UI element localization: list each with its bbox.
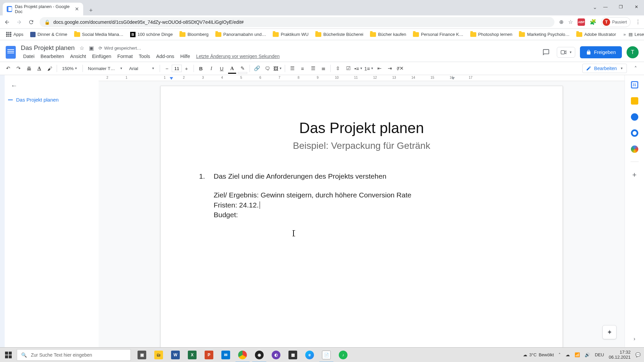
- doc-heading[interactable]: Das Projekt planen: [198, 120, 526, 136]
- bookmark-item[interactable]: Bücher kaufen: [368, 31, 408, 38]
- paragraph-line[interactable]: Budget:: [198, 210, 526, 220]
- bookmark-item[interactable]: Marketing Psycholo…: [517, 31, 571, 38]
- chrome-icon[interactable]: [234, 348, 251, 362]
- indent-increase-button[interactable]: ⇥: [385, 64, 394, 73]
- paint-format-button[interactable]: 🖌: [45, 64, 54, 73]
- menu-datei[interactable]: Datei: [21, 52, 37, 60]
- bookmark-item[interactable]: Dinner & Crime: [28, 31, 69, 39]
- comment-history-icon[interactable]: [540, 46, 552, 58]
- underline-button[interactable]: U: [217, 64, 226, 73]
- font-size-decrease-button[interactable]: −: [162, 64, 172, 73]
- browser-tab[interactable]: Das Projekt planen - Google Doc ✕: [3, 3, 83, 15]
- bookmark-item[interactable]: Panoramabahn und…: [213, 31, 268, 38]
- bookmark-star-icon[interactable]: ☆: [568, 19, 573, 25]
- contacts-app-icon[interactable]: [631, 129, 638, 137]
- spotify-icon[interactable]: ♪: [335, 348, 352, 362]
- last-edit-link[interactable]: Letzte Änderung vor wenigen Sekunden: [194, 52, 282, 60]
- menu-bearbeiten[interactable]: Bearbeiten: [38, 52, 66, 60]
- insert-link-button[interactable]: 🔗: [252, 64, 262, 73]
- outline-item[interactable]: Das Projekt planen: [8, 97, 93, 103]
- maps-app-icon[interactable]: [631, 145, 638, 153]
- indent-marker[interactable]: [170, 77, 173, 80]
- horizontal-ruler[interactable]: 2 1 1 2 3 4 5 6 7 8 9 10 11 12 13 14 15 …: [99, 75, 625, 81]
- star-icon[interactable]: ☆: [79, 45, 84, 51]
- share-button[interactable]: Freigeben: [580, 46, 622, 58]
- insert-comment-button[interactable]: 🗨: [263, 64, 272, 73]
- font-size-increase-button[interactable]: +: [182, 64, 191, 73]
- profile-pill[interactable]: T Pausiert: [601, 17, 631, 27]
- obs-icon[interactable]: ◉: [251, 348, 268, 362]
- right-margin-marker[interactable]: [451, 77, 455, 80]
- task-view-icon[interactable]: ▣: [133, 348, 150, 362]
- app-icon[interactable]: ◐: [268, 348, 284, 362]
- checklist-button[interactable]: ☑: [343, 64, 353, 73]
- paragraph-line[interactable]: Ziel/ Ergebnis: Gewinn steigern, durch h…: [198, 190, 526, 200]
- paragraph-style-select[interactable]: Normaler T…▼: [85, 64, 125, 73]
- tasks-app-icon[interactable]: [631, 113, 638, 121]
- list-item[interactable]: 1. Das Ziel und die Anforderungen des Pr…: [198, 171, 526, 181]
- account-avatar[interactable]: T: [627, 46, 639, 58]
- menu-hilfe[interactable]: Hilfe: [178, 52, 193, 60]
- text-color-button[interactable]: A: [227, 64, 237, 73]
- print-button[interactable]: 🖶: [24, 64, 34, 73]
- menu-format[interactable]: Format: [115, 52, 135, 60]
- menu-einfuegen[interactable]: Einfügen: [90, 52, 114, 60]
- doc-subtitle[interactable]: Beispiel: Verpackung für Getränk: [198, 140, 526, 151]
- window-close-button[interactable]: ✕: [629, 0, 644, 13]
- close-tab-icon[interactable]: ✕: [75, 6, 79, 12]
- add-addon-button[interactable]: +: [632, 171, 637, 179]
- file-explorer-icon[interactable]: 🗂: [150, 348, 167, 362]
- hide-side-panel-button[interactable]: ›: [634, 336, 635, 342]
- excel-icon[interactable]: X: [184, 348, 201, 362]
- nav-forward-button[interactable]: [15, 18, 23, 26]
- font-size-stepper[interactable]: − 11 +: [162, 64, 191, 73]
- bookmarks-overflow-icon[interactable]: »: [624, 32, 626, 37]
- align-right-button[interactable]: ☰: [308, 64, 318, 73]
- reading-list-button[interactable]: ▤ Leseliste: [629, 32, 644, 37]
- language-indicator[interactable]: DEU: [595, 352, 604, 357]
- edge-icon[interactable]: e: [301, 348, 318, 362]
- volume-icon[interactable]: 🔊: [585, 352, 590, 357]
- bookmark-item[interactable]: Bücherliste Bücherei: [313, 31, 365, 38]
- nav-reload-button[interactable]: [28, 18, 35, 26]
- document-page[interactable]: Das Projekt planen Beispiel: Verpackung …: [160, 86, 563, 347]
- bookmark-item[interactable]: Adobe Illustrator: [574, 31, 618, 38]
- line-spacing-button[interactable]: ⇳: [333, 64, 342, 73]
- adblock-extension-icon[interactable]: ABP: [578, 18, 585, 26]
- align-justify-button[interactable]: ≣: [319, 64, 328, 73]
- apps-shortcut[interactable]: Apps: [4, 31, 25, 39]
- install-app-icon[interactable]: ⊕: [559, 19, 564, 25]
- taskbar-search[interactable]: 🔍 Zur Suche Text hier eingeben: [17, 349, 131, 361]
- bookmark-item[interactable]: Photoshop lernen: [468, 31, 515, 38]
- document-title[interactable]: Das Projekt planen: [21, 44, 75, 52]
- bookmark-item[interactable]: Praktikum WU: [271, 31, 311, 38]
- notepad-icon[interactable]: 📄: [318, 348, 335, 362]
- chrome-menu-icon[interactable]: ⋮: [635, 19, 641, 25]
- outline-close-button[interactable]: ←: [8, 80, 20, 92]
- redo-button[interactable]: ↷: [14, 64, 23, 73]
- onedrive-icon[interactable]: ☁: [566, 352, 570, 357]
- zoom-select[interactable]: 150%▼: [59, 64, 80, 73]
- window-minimize-button[interactable]: —: [598, 0, 613, 13]
- bold-button[interactable]: B: [196, 64, 206, 73]
- mail-icon[interactable]: ✉: [217, 348, 234, 362]
- wifi-icon[interactable]: 📶: [575, 352, 580, 357]
- undo-button[interactable]: ↶: [3, 64, 13, 73]
- keep-app-icon[interactable]: [631, 97, 638, 105]
- tray-expand-icon[interactable]: ˄: [558, 352, 561, 357]
- word-icon[interactable]: W: [167, 348, 184, 362]
- omnibox[interactable]: 🔒 docs.google.com/document/d/1csG0dee95x…: [40, 17, 554, 27]
- align-center-button[interactable]: ≡: [298, 64, 307, 73]
- collapse-toolbar-button[interactable]: ˄: [631, 63, 641, 73]
- font-size-value[interactable]: 11: [172, 65, 182, 72]
- bookmark-item[interactable]: Bloomberg: [177, 31, 211, 38]
- document-canvas[interactable]: 2 1 1 2 3 4 5 6 7 8 9 10 11 12 13 14 15 …: [99, 75, 625, 347]
- highlight-color-button[interactable]: ✎: [238, 64, 247, 73]
- app-icon[interactable]: ▦: [284, 348, 301, 362]
- tab-overflow-icon[interactable]: ⌄: [593, 4, 597, 10]
- menu-addons[interactable]: Add-ons: [154, 52, 177, 60]
- powerpoint-icon[interactable]: P: [201, 348, 217, 362]
- window-maximize-button[interactable]: ❐: [613, 0, 629, 13]
- explore-button[interactable]: ✦: [602, 325, 616, 339]
- nav-back-button[interactable]: [3, 18, 11, 26]
